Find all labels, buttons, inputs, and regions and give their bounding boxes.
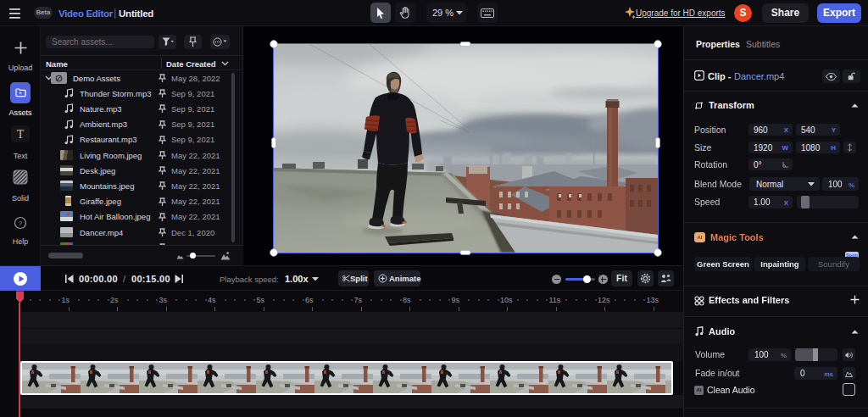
- svg-text:?: ?: [19, 220, 23, 227]
